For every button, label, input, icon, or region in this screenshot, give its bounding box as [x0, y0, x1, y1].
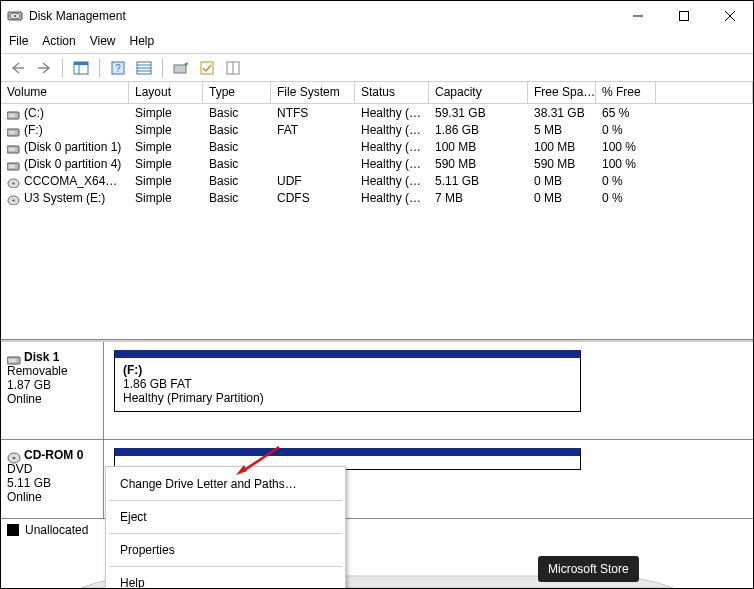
- disk-type: Removable: [7, 364, 97, 378]
- cell-type: Basic: [203, 191, 271, 205]
- titlebar: Disk Management: [1, 1, 753, 31]
- disk-info: Disk 1 Removable 1.87 GB Online: [1, 342, 104, 439]
- col-volume[interactable]: Volume: [1, 82, 129, 103]
- svg-point-35: [13, 456, 16, 458]
- app-icon: [7, 8, 23, 24]
- legend-swatch-unallocated: [7, 524, 19, 536]
- cell-type: Basic: [203, 174, 271, 188]
- context-eject[interactable]: Eject: [106, 503, 345, 531]
- col-capacity[interactable]: Capacity: [429, 82, 528, 103]
- col-extra[interactable]: [656, 82, 753, 103]
- back-button[interactable]: [7, 58, 29, 78]
- context-help[interactable]: Help: [106, 569, 345, 589]
- partition-box[interactable]: (F:) 1.86 GB FAT Healthy (Primary Partit…: [114, 350, 581, 412]
- cell-fs: UDF: [271, 174, 355, 188]
- col-layout[interactable]: Layout: [129, 82, 203, 103]
- maximize-button[interactable]: [661, 1, 707, 31]
- cell-status: Healthy (E…: [355, 140, 429, 154]
- cell-layout: Simple: [129, 140, 203, 154]
- menubar: File Action View Help: [1, 31, 753, 54]
- cell-fs: FAT: [271, 123, 355, 137]
- toolbar-list-icon[interactable]: [133, 58, 155, 78]
- cell-volume: U3 System (E:): [24, 191, 105, 205]
- col-free[interactable]: Free Spa…: [528, 82, 596, 103]
- cell-layout: Simple: [129, 191, 203, 205]
- hdd-icon: [7, 108, 20, 119]
- svg-rect-21: [9, 114, 15, 117]
- cell-volume: (Disk 0 partition 4): [24, 157, 121, 171]
- cell-status: Healthy (P…: [355, 174, 429, 188]
- cell-status: Healthy (B…: [355, 106, 429, 120]
- tooltip-microsoft-store: Microsoft Store: [538, 556, 639, 582]
- svg-point-31: [12, 200, 15, 202]
- col-status[interactable]: Status: [355, 82, 429, 103]
- cell-layout: Simple: [129, 106, 203, 120]
- menu-file[interactable]: File: [9, 34, 28, 48]
- menu-help[interactable]: Help: [130, 34, 155, 48]
- table-row[interactable]: (Disk 0 partition 4)SimpleBasicHealthy (…: [1, 155, 753, 172]
- svg-text:?: ?: [115, 63, 121, 74]
- context-menu: Change Drive Letter and Paths… Eject Pro…: [105, 466, 346, 589]
- col-type[interactable]: Type: [203, 82, 271, 103]
- cell-capacity: 5.11 GB: [429, 174, 528, 188]
- partition-size: 1.86 GB FAT: [123, 377, 572, 391]
- menu-view[interactable]: View: [90, 34, 116, 48]
- cell-type: Basic: [203, 140, 271, 154]
- disk-name: Disk 1: [24, 350, 59, 364]
- hdd-icon: [7, 159, 20, 170]
- context-sep: [109, 566, 342, 567]
- menu-action[interactable]: Action: [42, 34, 75, 48]
- toolbar-refresh-icon[interactable]: [170, 58, 192, 78]
- svg-rect-25: [9, 148, 15, 151]
- svg-rect-16: [174, 65, 186, 73]
- context-change-drive-letter[interactable]: Change Drive Letter and Paths…: [106, 470, 345, 498]
- table-row[interactable]: (Disk 0 partition 1)SimpleBasicHealthy (…: [1, 138, 753, 155]
- cell-free: 100 MB: [528, 140, 596, 154]
- disk-size: 5.11 GB: [7, 476, 97, 490]
- disk-state: Online: [7, 392, 97, 406]
- toolbar-help-icon[interactable]: ?: [107, 58, 129, 78]
- toolbar-grid-icon[interactable]: [222, 58, 244, 78]
- cell-pctfree: 100 %: [596, 140, 656, 154]
- cell-status: Healthy (P…: [355, 123, 429, 137]
- cell-pctfree: 0 %: [596, 174, 656, 188]
- cell-capacity: 1.86 GB: [429, 123, 528, 137]
- disk-state: Online: [7, 490, 97, 504]
- table-row[interactable]: (F:)SimpleBasicFATHealthy (P…1.86 GB5 MB…: [1, 121, 753, 138]
- toolbar-pane-icon[interactable]: [70, 58, 92, 78]
- legend-unallocated: Unallocated: [25, 523, 88, 537]
- context-sep: [109, 533, 342, 534]
- toolbar-check-icon[interactable]: [196, 58, 218, 78]
- cell-free: 38.31 GB: [528, 106, 596, 120]
- toolbar-sep: [162, 59, 163, 77]
- disk-block[interactable]: Disk 1 Removable 1.87 GB Online (F:) 1.8…: [1, 342, 753, 439]
- cell-status: Healthy (R…: [355, 157, 429, 171]
- table-row[interactable]: U3 System (E:)SimpleBasicCDFSHealthy (P……: [1, 189, 753, 206]
- table-row[interactable]: (C:)SimpleBasicNTFSHealthy (B…59.31 GB38…: [1, 104, 753, 121]
- cell-type: Basic: [203, 157, 271, 171]
- cell-type: Basic: [203, 123, 271, 137]
- cell-capacity: 590 MB: [429, 157, 528, 171]
- svg-point-29: [12, 183, 15, 185]
- svg-rect-4: [680, 11, 689, 20]
- table-row[interactable]: CCCOMA_X64FRE…SimpleBasicUDFHealthy (P…5…: [1, 172, 753, 189]
- cell-layout: Simple: [129, 157, 203, 171]
- cell-capacity: 100 MB: [429, 140, 528, 154]
- svg-rect-27: [9, 165, 15, 168]
- svg-rect-33: [9, 359, 16, 362]
- forward-button[interactable]: [33, 58, 55, 78]
- cell-status: Healthy (P…: [355, 191, 429, 205]
- window-title: Disk Management: [29, 9, 615, 23]
- hdd-icon: [7, 142, 20, 153]
- col-pctfree[interactable]: % Free: [596, 82, 656, 103]
- close-button[interactable]: [707, 1, 753, 31]
- minimize-button[interactable]: [615, 1, 661, 31]
- cell-pctfree: 0 %: [596, 123, 656, 137]
- partition-label: (F:): [123, 363, 142, 377]
- svg-rect-17: [201, 62, 213, 74]
- cell-free: 5 MB: [528, 123, 596, 137]
- cell-volume: (C:): [24, 106, 44, 120]
- col-filesystem[interactable]: File System: [271, 82, 355, 103]
- hdd-icon: [7, 352, 21, 364]
- context-properties[interactable]: Properties: [106, 536, 345, 564]
